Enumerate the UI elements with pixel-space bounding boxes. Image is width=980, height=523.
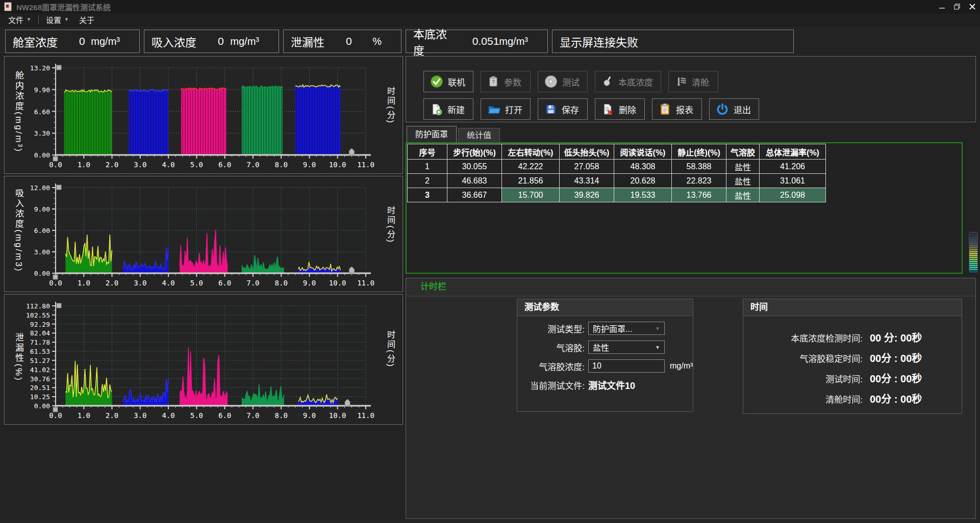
table-row[interactable]: 130.05542.22227.05848.30858.388盐性41.206 <box>408 160 826 174</box>
button-label: 退出 <box>734 103 751 116</box>
svg-text:3.0: 3.0 <box>134 411 146 420</box>
table-cell[interactable]: 27.058 <box>560 160 614 174</box>
table-cell[interactable]: 1 <box>408 160 447 174</box>
table-cell[interactable]: 15.700 <box>502 188 560 202</box>
right-column: 联机?参数测试本底浓度清舱 新建打开保存删除报表退出 防护面罩统计值 序号步行(… <box>406 56 976 519</box>
chart-canvas: 112.80102.5592.2982.0471.7861.5351.2741.… <box>5 295 403 424</box>
color-scrollbar[interactable] <box>969 232 978 273</box>
axis-handle[interactable] <box>349 267 354 273</box>
table-header-cell[interactable]: 静止(终)(%) <box>672 144 726 160</box>
table-cell[interactable]: 30.055 <box>447 160 502 174</box>
table-cell[interactable]: 42.222 <box>502 160 560 174</box>
参数-button[interactable]: ?参数 <box>481 71 531 92</box>
minimize-icon[interactable] <box>934 0 949 13</box>
button-label: 测试 <box>562 75 580 88</box>
svg-text:0.00: 0.00 <box>34 402 50 410</box>
table-cell[interactable]: 13.766 <box>672 188 726 202</box>
save-icon <box>544 103 557 116</box>
axis-handle[interactable] <box>53 275 58 279</box>
table-cell[interactable]: 20.628 <box>614 174 672 188</box>
axis-handle[interactable] <box>57 303 61 308</box>
table-cell[interactable]: 36.667 <box>447 188 502 202</box>
svg-text:0.00: 0.00 <box>34 151 50 159</box>
test-type-select[interactable]: 防护面罩... ▼ <box>588 322 665 335</box>
table-cell[interactable]: 31.061 <box>760 174 826 188</box>
time-label: 测试时间: <box>743 372 863 385</box>
maximize-icon[interactable] <box>949 0 965 13</box>
time-label: 本底浓度检测时间: <box>743 331 863 344</box>
table-cell[interactable]: 21.856 <box>502 174 560 188</box>
本底浓度-button[interactable]: 本底浓度 <box>595 71 661 92</box>
清舱-button[interactable]: 清舱 <box>668 71 718 92</box>
button-label: 删除 <box>619 103 636 116</box>
axis-handle[interactable] <box>57 65 61 70</box>
svg-text:6.0: 6.0 <box>218 279 231 287</box>
table-cell[interactable]: 盐性 <box>726 160 760 174</box>
test-params-group: 测试参数 测试类型: 防护面罩... ▼ 气溶胶: 盐性 ▼ 气溶 <box>517 299 693 412</box>
table-header-cell[interactable]: 步行(始)(%) <box>447 144 502 160</box>
svg-text:9.00: 9.00 <box>34 205 50 213</box>
svg-text:71.78: 71.78 <box>30 338 50 346</box>
svg-text:41.02: 41.02 <box>30 366 50 374</box>
tab-2[interactable]: 统计值 <box>458 128 500 142</box>
测试-button[interactable]: 测试 <box>538 71 588 92</box>
aerosol-select[interactable]: 盐性 ▼ <box>588 341 665 354</box>
退出-button[interactable]: 退出 <box>709 98 759 120</box>
table-cell[interactable]: 46.683 <box>447 174 502 188</box>
table-cell[interactable]: 39.826 <box>560 188 614 202</box>
table-cell[interactable]: 43.314 <box>560 174 614 188</box>
svg-text:9.0: 9.0 <box>303 411 316 420</box>
chart-panel-2: 吸入浓度(mg/m3)时间(分)12.009.006.003.000.000.0… <box>4 176 403 292</box>
time-value: 00分 : 00秒 <box>870 371 922 385</box>
table-header-cell[interactable]: 阅读说话(%) <box>614 144 672 160</box>
axis-handle[interactable] <box>57 185 61 190</box>
tab-1[interactable]: 防护面罩 <box>407 126 457 142</box>
table-cell[interactable]: 58.388 <box>672 160 726 174</box>
table-cell[interactable]: 盐性 <box>726 174 760 188</box>
close-icon[interactable] <box>965 0 980 13</box>
删除-button[interactable]: 删除 <box>595 98 645 120</box>
check-icon <box>430 75 443 88</box>
axis-handle[interactable] <box>53 407 58 412</box>
table-header-cell[interactable]: 气溶胶 <box>726 144 760 160</box>
svg-text:4.0: 4.0 <box>162 411 174 420</box>
table-cell[interactable]: 25.098 <box>760 188 826 202</box>
svg-text:5.0: 5.0 <box>190 161 203 169</box>
series-步行(始) <box>64 90 112 155</box>
time-label: 清舱时间: <box>743 393 863 405</box>
table-cell[interactable]: 41.206 <box>760 160 826 174</box>
axis-handle[interactable] <box>349 148 354 155</box>
table-header-cell[interactable]: 序号 <box>408 144 447 160</box>
table-cell[interactable]: 3 <box>408 188 447 202</box>
table-cell[interactable]: 盐性 <box>726 188 760 202</box>
新建-button[interactable]: 新建 <box>423 98 473 120</box>
axis-handle[interactable] <box>345 399 350 406</box>
menu-item-1[interactable]: 文件▼ <box>3 13 36 25</box>
svg-text:3.0: 3.0 <box>134 279 146 287</box>
table-row[interactable]: 336.66715.70039.82619.53313.766盐性25.098 <box>408 188 826 202</box>
table-cell[interactable]: 19.533 <box>614 188 672 202</box>
table-header-cell[interactable]: 左右转动(%) <box>502 144 560 160</box>
menu-item-2[interactable]: 设置▼ <box>41 13 74 25</box>
menu-item-3[interactable]: 关于 <box>74 13 99 25</box>
报表-button[interactable]: 报表 <box>652 98 702 120</box>
打开-button[interactable]: 打开 <box>481 98 531 120</box>
table-cell[interactable]: 2 <box>408 174 447 188</box>
保存-button[interactable]: 保存 <box>538 98 588 120</box>
status-label: 显示屏连接失败 <box>560 33 638 49</box>
chart-y-axis-title: 泄漏性(%) <box>12 333 25 381</box>
table-row[interactable]: 246.68321.85643.31420.62822.823盐性31.061 <box>408 174 826 188</box>
svg-text:9.0: 9.0 <box>303 161 316 169</box>
table-cell[interactable]: 22.823 <box>672 174 726 188</box>
联机-button[interactable]: 联机 <box>423 71 473 92</box>
chart-panel-3: 泄漏性(%)时间(分)112.80102.5592.2982.0471.7861… <box>4 294 403 425</box>
aerosol-concentration-input[interactable] <box>588 359 665 373</box>
svg-text:6.0: 6.0 <box>218 411 231 420</box>
axis-handle[interactable] <box>53 156 58 161</box>
table-header-cell[interactable]: 总体泄漏率(%) <box>760 144 826 160</box>
clean-icon <box>675 75 687 88</box>
table-cell[interactable]: 48.308 <box>614 160 672 174</box>
menubar: 文件▼设置▼关于 <box>0 13 980 26</box>
svg-text:7.0: 7.0 <box>246 161 259 169</box>
table-header-cell[interactable]: 低头抬头(%) <box>560 144 614 160</box>
